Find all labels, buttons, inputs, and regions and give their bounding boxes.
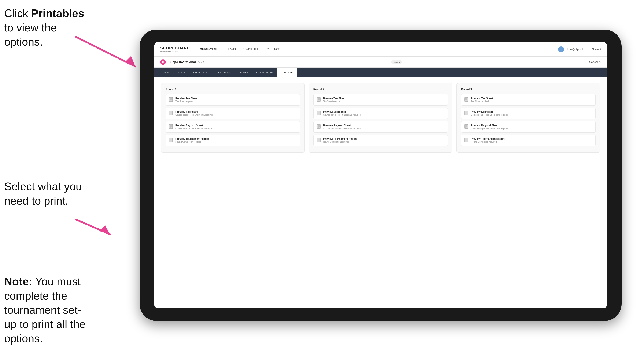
round2-raguzzi-title: Preview Raguzzi Sheet: [323, 124, 361, 127]
hosting-badge: Hosting: [391, 60, 402, 64]
round2-tournament-report[interactable]: Preview Tournament Report Round Completi…: [313, 135, 448, 146]
round2-scorecard[interactable]: Preview Scorecard Course setup + Tee She…: [313, 108, 448, 119]
round1-tee-sheet-text: Preview Tee Sheet Tee Sheet required: [176, 97, 198, 103]
instruction-middle: Select what you need to print.: [4, 179, 93, 208]
tab-teams[interactable]: Teams: [174, 68, 190, 77]
round3-tee-sheet[interactable]: Preview Tee Sheet Tee Sheet required: [461, 94, 596, 106]
round3-scorecard-subtitle: Course setup + Tee Sheet data required: [471, 114, 508, 116]
sign-out-link[interactable]: Sign out: [592, 48, 601, 51]
logo-title: SCOREBOARD: [160, 46, 190, 50]
round3-scorecard[interactable]: Preview Scorecard Course setup + Tee She…: [461, 108, 596, 119]
round2-tee-sheet-subtitle: Tee Sheet required: [323, 100, 346, 103]
round2-scorecard-text: Preview Scorecard Course setup + Tee She…: [323, 110, 361, 116]
round2-raguzzi[interactable]: Preview Raguzzi Sheet Course setup + Tee…: [313, 121, 448, 133]
round3-scorecard-title: Preview Scorecard: [471, 110, 508, 113]
round1-raguzzi-title: Preview Raguzzi Sheet: [176, 124, 213, 127]
round3-scorecard-icon: [464, 111, 469, 116]
round2-tee-sheet-text: Preview Tee Sheet Tee Sheet required: [323, 97, 346, 103]
round1-tee-sheet-title: Preview Tee Sheet: [176, 97, 198, 100]
nav-teams[interactable]: TEAMS: [226, 47, 236, 52]
main-content: Round 1 Preview Tee Sheet Tee Sheet requ…: [154, 77, 607, 308]
tab-course-setup[interactable]: Course Setup: [190, 68, 214, 77]
round3-tee-sheet-text: Preview Tee Sheet Tee Sheet required: [471, 97, 493, 103]
logo-sub: Powered by clippd: [160, 50, 190, 53]
round1-scorecard-subtitle: Course setup + Tee Sheet data required: [176, 114, 213, 116]
user-avatar: [558, 46, 564, 52]
round3-tournament-report[interactable]: Preview Tournament Report Round Completi…: [461, 135, 596, 146]
round2-scorecard-title: Preview Scorecard: [323, 110, 361, 113]
round2-raguzzi-icon: [316, 124, 321, 130]
tab-details[interactable]: Details: [158, 68, 174, 77]
raguzzi-icon: [169, 124, 173, 130]
round3-raguzzi-text: Preview Raguzzi Sheet Course setup + Tee…: [471, 124, 508, 130]
round-2-title: Round 2: [313, 88, 448, 91]
tab-bar: Details Teams Course Setup Tee Groups Re…: [154, 68, 607, 77]
round1-raguzzi-text: Preview Raguzzi Sheet Course setup + Tee…: [176, 124, 213, 130]
round1-tournament-report[interactable]: Preview Tournament Report Round Completi…: [166, 135, 300, 146]
tournament-icon: C: [160, 59, 166, 65]
round2-tee-sheet[interactable]: Preview Tee Sheet Tee Sheet required: [313, 94, 448, 106]
round3-report-subtitle: Round Completion required: [471, 141, 504, 143]
top-nav-right: blair@clippd.io | Sign out: [558, 46, 601, 52]
round3-raguzzi-subtitle: Course setup + Tee Sheet data required: [471, 127, 508, 130]
tab-tee-groups[interactable]: Tee Groups: [214, 68, 236, 77]
round1-report-title: Preview Tournament Report: [176, 138, 209, 140]
round-1-column: Round 1 Preview Tee Sheet Tee Sheet requ…: [161, 83, 305, 153]
svg-marker-1: [125, 56, 135, 66]
cancel-button[interactable]: Cancel ✕: [589, 60, 601, 64]
scorecard-icon: [169, 111, 173, 116]
round3-scorecard-text: Preview Scorecard Course setup + Tee She…: [471, 110, 508, 116]
round3-report-text: Preview Tournament Report Round Completi…: [471, 138, 504, 143]
round3-report-icon: [464, 138, 469, 143]
nav-committee[interactable]: COMMITTEE: [242, 47, 259, 52]
round2-scorecard-icon: [316, 111, 321, 116]
arrow-middle-icon: [70, 215, 116, 241]
round1-report-subtitle: Round Completion required: [176, 141, 209, 143]
rounds-container: Round 1 Preview Tee Sheet Tee Sheet requ…: [161, 83, 600, 153]
tablet-screen: SCOREBOARD Powered by clippd TOURNAMENTS…: [154, 42, 607, 308]
round-3-column: Round 3 Preview Tee Sheet Tee Sheet requ…: [456, 83, 600, 153]
round1-tee-sheet[interactable]: Preview Tee Sheet Tee Sheet required: [166, 94, 300, 106]
tab-results[interactable]: Results: [236, 68, 252, 77]
nav-tournaments[interactable]: TOURNAMENTS: [198, 47, 220, 52]
round2-report-title: Preview Tournament Report: [323, 138, 357, 140]
round2-raguzzi-text: Preview Raguzzi Sheet Course setup + Tee…: [323, 124, 361, 130]
svg-marker-3: [99, 225, 110, 234]
scoreboard-logo: SCOREBOARD Powered by clippd: [160, 46, 190, 53]
tablet-shell: SCOREBOARD Powered by clippd TOURNAMENTS…: [140, 29, 622, 321]
round1-scorecard-text: Preview Scorecard Course setup + Tee She…: [176, 110, 213, 116]
instruction-bottom: Note: You must complete the tournament s…: [4, 274, 93, 346]
round2-tee-sheet-title: Preview Tee Sheet: [323, 97, 346, 100]
round2-raguzzi-subtitle: Course setup + Tee Sheet data required: [323, 127, 361, 130]
round3-raguzzi[interactable]: Preview Raguzzi Sheet Course setup + Tee…: [461, 121, 596, 133]
round2-report-text: Preview Tournament Report Round Completi…: [323, 138, 357, 143]
tournament-name: Clippd Invitational: [168, 60, 196, 64]
round3-report-title: Preview Tournament Report: [471, 138, 504, 140]
round3-tee-sheet-subtitle: Tee Sheet required: [471, 100, 493, 103]
printables-bold: Printables: [31, 7, 84, 19]
tournament-badge: (Men): [198, 61, 204, 63]
round2-scorecard-subtitle: Course setup + Tee Sheet data required: [323, 114, 361, 116]
instruction-top-rest: to view the options.: [4, 21, 57, 48]
tab-printables[interactable]: Printables: [277, 68, 297, 77]
round2-report-subtitle: Round Completion required: [323, 141, 357, 143]
round3-raguzzi-icon: [464, 124, 469, 130]
instruction-middle-text: Select what you need to print.: [4, 180, 82, 207]
note-bold: Note:: [4, 275, 32, 288]
round2-report-icon: [316, 138, 321, 143]
user-email: blair@clippd.io: [568, 48, 584, 51]
round1-report-text: Preview Tournament Report Round Completi…: [176, 138, 209, 143]
round1-scorecard[interactable]: Preview Scorecard Course setup + Tee She…: [166, 108, 300, 119]
tournament-header: C Clippd Invitational (Men) Hosting Canc…: [154, 57, 607, 68]
nav-rankings[interactable]: RANKINGS: [266, 47, 280, 52]
arrow-top-icon: [64, 33, 144, 75]
round3-raguzzi-title: Preview Raguzzi Sheet: [471, 124, 508, 127]
tournament-report-icon: [169, 138, 173, 143]
tee-sheet-icon: [169, 97, 173, 103]
round-3-title: Round 3: [461, 88, 596, 91]
round-2-column: Round 2 Preview Tee Sheet Tee Sheet requ…: [309, 83, 452, 153]
top-nav-links: TOURNAMENTS TEAMS COMMITTEE RANKINGS: [198, 47, 558, 52]
round1-raguzzi[interactable]: Preview Raguzzi Sheet Course setup + Tee…: [166, 121, 300, 133]
top-nav: SCOREBOARD Powered by clippd TOURNAMENTS…: [154, 42, 607, 57]
tab-leaderboards[interactable]: Leaderboards: [252, 68, 277, 77]
